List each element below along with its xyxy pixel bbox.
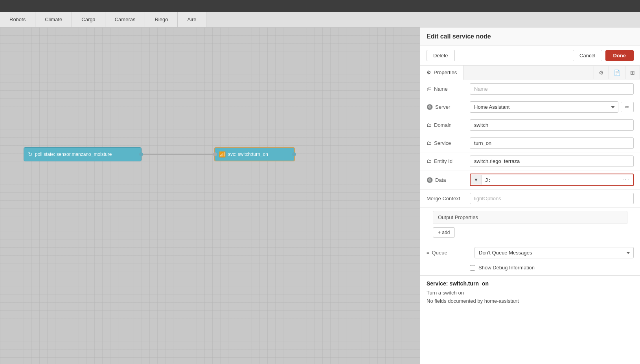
tab-aire[interactable]: Aire: [178, 12, 206, 27]
description-icon: 📄: [614, 70, 620, 76]
domain-icon: 🗂: [427, 122, 432, 128]
queue-icon: ≡: [427, 250, 430, 256]
props-tabs: ⚙ Properties ⚙ 📄 ⊞: [420, 66, 640, 80]
domain-input[interactable]: [470, 119, 634, 131]
data-type-button[interactable]: ▼: [471, 175, 482, 185]
tag-icon: 🏷: [427, 86, 432, 92]
tab-carga[interactable]: Carga: [72, 12, 105, 27]
poll-icon: ↻: [28, 151, 33, 157]
panel-toolbar: Delete Cancel Done: [420, 46, 640, 66]
data-input[interactable]: [482, 175, 619, 185]
top-bar: [0, 0, 640, 12]
server-icon: 🔘: [427, 104, 433, 110]
service-info-line1: Turn a switch on: [427, 289, 634, 297]
output-section: Output Properties: [433, 211, 627, 224]
merge-context-row: Merge Context: [420, 190, 640, 208]
canvas-grid: ↻ poll state: sensor.manzano_moisture 📶 …: [0, 27, 420, 364]
canvas-svg: [0, 27, 420, 364]
output-header: Output Properties: [433, 211, 627, 224]
name-label: 🏷 Name: [427, 86, 470, 92]
node-poll-label: poll state: sensor.manzano_moisture: [35, 152, 112, 157]
wifi-icon: 📶: [219, 151, 226, 157]
main-area: ↻ poll state: sensor.manzano_moisture 📶 …: [0, 27, 640, 364]
node-poll[interactable]: ↻ poll state: sensor.manzano_moisture: [24, 147, 142, 161]
done-button[interactable]: Done: [605, 50, 634, 61]
props-tab-label: Properties: [434, 70, 457, 75]
node-svc[interactable]: 📶 svc: switch:turn_on: [214, 147, 295, 161]
server-row: 🔘 Server Home Assistant ✏: [420, 98, 640, 116]
server-edit-button[interactable]: ✏: [621, 102, 634, 112]
tab-cameras[interactable]: Cameras: [105, 12, 145, 27]
entity-id-label: 🗂 Entity Id: [427, 158, 470, 164]
service-input[interactable]: [470, 137, 634, 149]
queue-select[interactable]: Don't Queue Messages Queue All Messages …: [474, 247, 634, 258]
node-svc-label: svc: switch:turn_on: [228, 152, 268, 157]
cancel-button[interactable]: Cancel: [573, 50, 602, 61]
grid-icon-btn[interactable]: ⊞: [625, 66, 640, 79]
name-input[interactable]: [470, 83, 634, 95]
entity-icon: 🗂: [427, 158, 432, 164]
form-area: 🏷 Name 🔘 Server Home Assistant ✏: [420, 80, 640, 364]
name-row: 🏷 Name: [420, 80, 640, 98]
canvas-area: ↻ poll state: sensor.manzano_moisture 📶 …: [0, 27, 420, 364]
tab-properties[interactable]: ⚙ Properties: [420, 66, 463, 80]
props-tab-icons: ⚙ 📄 ⊞: [594, 66, 640, 79]
domain-row: 🗂 Domain: [420, 116, 640, 134]
merge-context-input[interactable]: [470, 193, 634, 204]
gear-icon: ⚙: [427, 70, 431, 75]
side-panel: Edit call service node Delete Cancel Don…: [420, 27, 640, 364]
tab-robots[interactable]: Robots: [0, 12, 35, 27]
server-label: 🔘 Server: [427, 104, 470, 110]
service-row: 🗂 Service: [420, 134, 640, 152]
service-label: 🗂 Service: [427, 140, 470, 146]
tab-riego[interactable]: Riego: [145, 12, 178, 27]
data-row: 🔘 Data ▼ ···: [420, 170, 640, 190]
entity-id-row: 🗂 Entity Id: [420, 152, 640, 170]
chevron-down-icon: ▼: [474, 177, 478, 183]
server-select[interactable]: Home Assistant: [470, 101, 618, 113]
entity-id-input[interactable]: [470, 155, 634, 167]
description-icon-btn[interactable]: 📄: [609, 66, 625, 79]
tab-climate[interactable]: Climate: [35, 12, 72, 27]
tab-bar: Robots Climate Carga Cameras Riego Aire: [0, 12, 640, 27]
domain-label: 🗂 Domain: [427, 122, 470, 128]
output-props-section: Output Properties + add: [420, 208, 640, 244]
debug-row: Show Debug Information: [420, 262, 640, 274]
settings-icon-btn[interactable]: ⚙: [594, 66, 609, 79]
delete-button[interactable]: Delete: [427, 50, 455, 61]
node-svc-input-port: [213, 152, 217, 156]
data-icon: 🔘: [427, 177, 433, 183]
data-dots-button[interactable]: ···: [619, 174, 633, 185]
queue-row: ≡ Queue Don't Queue Messages Queue All M…: [420, 244, 640, 262]
service-info-line2: No fields documented by home-assistant: [427, 297, 634, 305]
service-info: Service: switch.turn_on Turn a switch on…: [420, 275, 640, 310]
queue-label: ≡ Queue: [427, 250, 470, 256]
data-input-wrap: ▼ ···: [470, 174, 634, 186]
panel-title: Edit call service node: [427, 33, 491, 40]
grid-icon: ⊞: [630, 70, 635, 76]
panel-header: Edit call service node: [420, 27, 640, 46]
settings-icon: ⚙: [599, 70, 604, 76]
service-icon: 🗂: [427, 140, 432, 146]
debug-label[interactable]: Show Debug Information: [478, 265, 535, 271]
merge-context-label: Merge Context: [427, 196, 470, 201]
service-info-title: Service: switch.turn_on: [427, 280, 634, 287]
node-svc-output-port: [292, 152, 296, 156]
data-label: 🔘 Data: [427, 177, 470, 183]
add-button[interactable]: + add: [433, 227, 455, 238]
node-poll-output-port: [139, 152, 143, 156]
server-select-wrap: Home Assistant ✏: [470, 101, 634, 113]
debug-checkbox[interactable]: [470, 265, 475, 271]
